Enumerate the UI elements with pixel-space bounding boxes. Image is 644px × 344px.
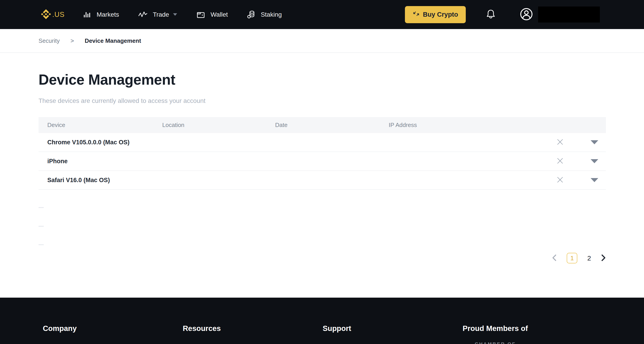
previous-page-button[interactable]: [552, 254, 557, 262]
close-icon: [557, 139, 563, 146]
chevron-down-icon: [173, 13, 177, 16]
main-content: Device Management These devices are curr…: [0, 72, 644, 263]
breadcrumb: Security > Device Management: [0, 29, 644, 53]
notifications-button[interactable]: [486, 9, 496, 20]
close-icon: [557, 177, 563, 184]
column-header-device: Device: [38, 122, 162, 129]
caret-down-icon: [590, 159, 598, 163]
expand-device-button[interactable]: [590, 178, 598, 182]
footer-heading: Company: [43, 324, 183, 333]
breadcrumb-security-link[interactable]: Security: [38, 37, 60, 44]
caret-down-icon: [590, 140, 598, 144]
footer-column-resources: Resources: [183, 298, 323, 344]
table-header-row: Device Location Date IP Address: [38, 117, 606, 133]
nav-item-markets[interactable]: Markets: [83, 10, 119, 19]
next-page-button[interactable]: [601, 254, 606, 262]
top-navbar: .US Markets Trade: [0, 0, 644, 29]
page-title: Device Management: [38, 72, 606, 88]
close-icon: [557, 158, 563, 165]
buy-crypto-button[interactable]: Buy Crypto: [405, 6, 466, 23]
footer-column-company: Company: [43, 298, 183, 344]
placeholder-dash: [38, 207, 44, 208]
bell-icon: [486, 9, 496, 20]
remove-device-button[interactable]: [557, 139, 563, 146]
column-header-location: Location: [162, 122, 275, 129]
footer-column-members: Proud Members of CHAMBER OF: [462, 298, 602, 344]
page-button-1[interactable]: 1: [567, 253, 577, 263]
chevron-left-icon: [552, 254, 557, 262]
nav-item-wallet[interactable]: Wallet: [196, 10, 228, 19]
table-row: Safari V16.0 (Mac OS): [38, 171, 606, 190]
swap-arrows-icon: [412, 10, 420, 19]
chamber-of-digital-commerce-logo: CHAMBER OF: [462, 341, 602, 344]
trade-pulse-icon: [138, 11, 147, 18]
device-table: Device Location Date IP Address Chrome V…: [38, 117, 606, 246]
nav-item-label: Trade: [153, 11, 169, 18]
bar-chart-icon: [83, 10, 91, 19]
nav-item-label: Markets: [97, 11, 119, 18]
device-name: Safari V16.0 (Mac OS): [38, 177, 162, 184]
column-header-ip: IP Address: [389, 122, 606, 129]
page-subtitle: These devices are currently allowed to a…: [38, 97, 606, 104]
nav-item-staking[interactable]: Staking: [247, 10, 282, 19]
footer-heading: Support: [323, 324, 462, 333]
main-nav-menu: Markets Trade Wallet: [83, 10, 282, 19]
placeholder-dash: [38, 244, 44, 245]
breadcrumb-separator-icon: >: [70, 37, 74, 44]
account-profile-button[interactable]: [520, 8, 533, 21]
coins-icon: [247, 10, 255, 19]
remove-device-button[interactable]: [557, 177, 563, 184]
nav-item-label: Wallet: [210, 11, 228, 18]
table-row: iPhone: [38, 152, 606, 171]
buy-crypto-label: Buy Crypto: [423, 11, 458, 18]
placeholder-dash: [38, 226, 44, 227]
column-header-date: Date: [275, 122, 389, 129]
binance-us-logo[interactable]: .US: [41, 9, 65, 20]
expand-device-button[interactable]: [590, 159, 598, 163]
table-row: Chrome V105.0.0.0 (Mac OS): [38, 133, 606, 152]
device-name: iPhone: [38, 158, 162, 165]
logo-us-suffix: .US: [52, 10, 65, 19]
page-footer: Company Resources Support Proud Members …: [0, 298, 644, 344]
footer-heading: Proud Members of: [462, 324, 602, 333]
page-button-2[interactable]: 2: [587, 254, 591, 262]
nav-item-trade[interactable]: Trade: [138, 11, 177, 18]
navbar-right-group: Buy Crypto: [405, 6, 600, 23]
footer-column-support: Support: [323, 298, 462, 344]
device-name: Chrome V105.0.0.0 (Mac OS): [38, 139, 162, 146]
binance-diamond-icon: [41, 9, 51, 20]
empty-rows-area: [38, 190, 606, 246]
breadcrumb-current: Device Management: [85, 37, 141, 44]
chevron-right-icon: [601, 254, 606, 262]
nav-item-label: Staking: [261, 11, 282, 18]
footer-heading: Resources: [183, 324, 323, 333]
expand-device-button[interactable]: [590, 140, 598, 144]
profile-icon: [520, 8, 533, 21]
pagination: 1 2: [38, 253, 606, 263]
redacted-account-info: [538, 6, 600, 22]
wallet-icon: [196, 10, 205, 19]
caret-down-icon: [590, 178, 598, 182]
remove-device-button[interactable]: [557, 158, 563, 165]
